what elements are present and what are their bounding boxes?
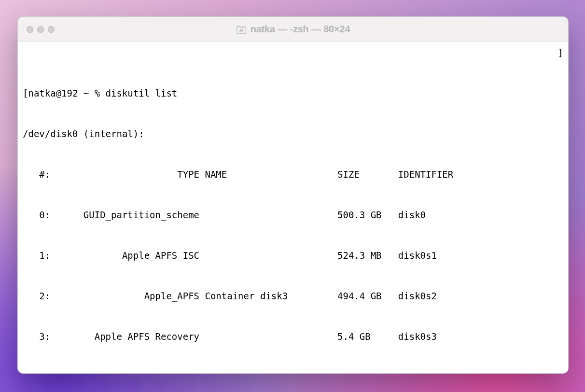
- window-title: natka — -zsh — 80×24: [18, 24, 568, 35]
- titlebar[interactable]: natka — -zsh — 80×24: [18, 17, 568, 42]
- home-folder-icon: [236, 25, 247, 34]
- prompt-command: natka@192 ~ % diskutil list: [28, 88, 177, 98]
- table-row: 0: GUID_partition_scheme 500.3 GB disk0: [23, 208, 563, 222]
- window-controls: [27, 26, 55, 33]
- column-header: #: TYPE NAME SIZE IDENTIFIER: [23, 168, 563, 181]
- table-row: 2: Apple_APFS Container disk3 494.4 GB d…: [23, 289, 563, 303]
- minimize-button[interactable]: [37, 26, 44, 33]
- svg-rect-0: [237, 27, 246, 33]
- table-row: 1: Apple_APFS_ISC 524.3 MB disk0s1: [23, 249, 563, 262]
- table-row: 3: Apple_APFS_Recovery 5.4 GB disk0s3: [23, 330, 563, 343]
- terminal-window: natka — -zsh — 80×24 ] [natka@192 ~ % di…: [17, 16, 569, 374]
- terminal-content[interactable]: ] [natka@192 ~ % diskutil list /dev/disk…: [18, 42, 568, 373]
- close-button[interactable]: [27, 26, 33, 33]
- prompt-close-bracket: ]: [558, 46, 563, 59]
- zoom-button[interactable]: [48, 26, 55, 33]
- prompt-open-bracket: [: [23, 88, 28, 98]
- disk0-header: /dev/disk0 (internal):: [23, 127, 563, 140]
- window-title-text: natka — -zsh — 80×24: [251, 24, 350, 35]
- prompt-line: [natka@192 ~ % diskutil list: [23, 86, 563, 100]
